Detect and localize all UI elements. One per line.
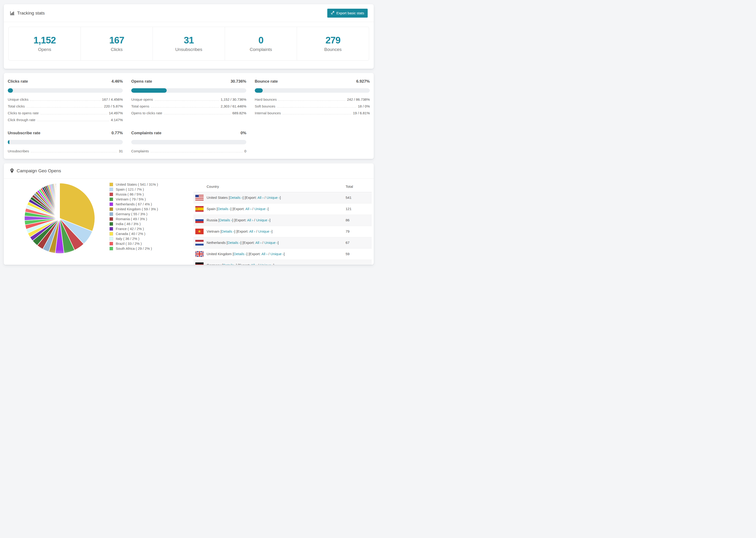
geo-row-links: Germany [Details ›] [Export: All › / Uni… bbox=[207, 263, 274, 265]
complaints-rate-title: Complaints rate bbox=[131, 131, 161, 135]
country-name: Spain [ bbox=[207, 207, 218, 211]
legend-label: United States ( 541 / 31% ) bbox=[116, 183, 158, 187]
export-all-link[interactable]: All › bbox=[257, 195, 264, 199]
stat-clicks-value: 167 bbox=[109, 35, 124, 45]
rate-row: Unsubscribes31 bbox=[8, 148, 123, 154]
details-link[interactable]: Details › bbox=[234, 252, 246, 256]
stat-complaints-value: 0 bbox=[258, 35, 263, 45]
legend-swatch bbox=[109, 247, 113, 250]
clicks-rate-bar bbox=[8, 88, 123, 93]
rate-row: Complaints0 bbox=[131, 148, 246, 154]
bracket-text: ] bbox=[278, 241, 279, 244]
country-total: 541 bbox=[346, 195, 351, 199]
opens-rate-bar bbox=[131, 88, 246, 93]
unsubscribe-rate-title: Unsubscribe rate bbox=[8, 131, 40, 135]
legend-swatch bbox=[109, 237, 113, 241]
tracking-stats-header: Tracking stats Export basic stats bbox=[4, 4, 374, 22]
legend-label: Italy ( 36 / 2% ) bbox=[116, 237, 139, 241]
legend-swatch bbox=[109, 183, 113, 187]
geo-row-links: United Kingdom [Details ›] [Export: All … bbox=[207, 252, 285, 256]
legend-swatch bbox=[109, 217, 113, 221]
geo-opens-header: Campaign Geo Opens bbox=[4, 163, 374, 179]
details-link[interactable]: Details › bbox=[219, 218, 232, 222]
export-unique-link[interactable]: Unique › bbox=[264, 241, 278, 244]
bounce-rate-pct: 6.927% bbox=[356, 79, 370, 84]
stat-opens-label: Opens bbox=[38, 47, 51, 52]
slash-text: / bbox=[255, 229, 258, 233]
geo-row-links: Spain [Details ›] [Export: All › / Uniqu… bbox=[207, 207, 269, 211]
export-all-link[interactable]: All › bbox=[249, 229, 255, 233]
legend-label: France ( 42 / 2% ) bbox=[116, 227, 144, 231]
country-total: 59 bbox=[346, 252, 350, 256]
bounce-rate-block: Bounce rate 6.927% Hard bounces242 / 86.… bbox=[255, 79, 370, 123]
export-all-link[interactable]: All › bbox=[251, 263, 257, 265]
bracket-text: ] [Export: bbox=[236, 263, 251, 265]
rate-row: Click through rate4.147% bbox=[8, 116, 123, 123]
export-unique-link[interactable]: Unique › bbox=[258, 229, 272, 233]
export-unique-link[interactable]: Unique › bbox=[260, 263, 273, 265]
summary-stats-box: 1,152 Opens 167 Clicks 31 Unsubscribes 0… bbox=[9, 27, 369, 61]
legend-label: India ( 46 / 3% ) bbox=[116, 222, 141, 226]
rate-row: Opens to clicks rate689.82% bbox=[131, 110, 246, 116]
export-all-link[interactable]: All › bbox=[247, 218, 253, 222]
stat-bounces: 279 Bounces bbox=[297, 27, 369, 60]
de-flag-icon bbox=[195, 262, 203, 265]
rate-row: Internal bounces19 / 6.81% bbox=[255, 110, 370, 116]
legend-swatch bbox=[109, 242, 113, 245]
country-name: Vietnam [ bbox=[207, 229, 221, 233]
country-name: Germany [ bbox=[207, 263, 223, 265]
bracket-text: ] [Export: bbox=[231, 207, 245, 211]
export-unique-link[interactable]: Unique › bbox=[270, 252, 284, 256]
rate-row: Unique opens1,152 / 30.736% bbox=[131, 96, 246, 103]
slash-text: / bbox=[261, 241, 264, 244]
legend-swatch bbox=[109, 232, 113, 236]
geo-opens-pie-chart[interactable] bbox=[22, 181, 97, 256]
geo-table-header: Country Total bbox=[193, 182, 372, 192]
legend-label: Canada ( 40 / 2% ) bbox=[116, 232, 145, 236]
tracking-stats-title: Tracking stats bbox=[10, 11, 45, 16]
legend-label: Netherlands ( 67 / 4% ) bbox=[116, 202, 152, 206]
tracking-stats-card: Tracking stats Export basic stats 1,152 … bbox=[4, 4, 374, 69]
bounce-rate-title: Bounce rate bbox=[255, 79, 278, 84]
country-total: 121 bbox=[346, 207, 351, 211]
export-all-link[interactable]: All › bbox=[255, 241, 261, 244]
legend-item: Italy ( 36 / 2% ) bbox=[109, 237, 158, 241]
details-link[interactable]: Details › bbox=[218, 207, 231, 211]
stat-unsubscribes: 31 Unsubscribes bbox=[153, 27, 225, 60]
rate-row: Total opens2,303 / 61.446% bbox=[131, 103, 246, 110]
export-icon bbox=[331, 11, 335, 15]
legend-label: Brazil ( 33 / 2% ) bbox=[116, 242, 142, 245]
legend-label: Germany ( 55 / 3% ) bbox=[116, 212, 147, 216]
geo-table-row: Germany [Details ›] [Export: All › / Uni… bbox=[193, 260, 372, 265]
details-link[interactable]: Details › bbox=[223, 263, 236, 265]
bracket-text: ] bbox=[280, 195, 281, 199]
export-unique-link[interactable]: Unique › bbox=[266, 195, 280, 199]
opens-rate-block: Opens rate 30.736% Unique opens1,152 / 3… bbox=[131, 79, 246, 123]
export-all-link[interactable]: All › bbox=[261, 252, 267, 256]
details-link[interactable]: Details › bbox=[221, 229, 234, 233]
stat-complaints: 0 Complaints bbox=[225, 27, 297, 60]
geo-table-row: United States [Details ›] [Export: All ›… bbox=[193, 192, 372, 203]
legend-label: Vietnam ( 79 / 5% ) bbox=[116, 197, 146, 201]
clicks-rate-pct: 4.46% bbox=[112, 79, 123, 84]
stat-unsubscribes-value: 31 bbox=[184, 35, 194, 45]
campaign-geo-opens-card: Campaign Geo Opens United States ( 541 /… bbox=[4, 163, 374, 265]
legend-item: Spain ( 121 / 7% ) bbox=[109, 188, 158, 191]
country-name: Netherlands [ bbox=[207, 241, 228, 244]
country-total: 86 bbox=[346, 218, 350, 222]
us-flag-icon bbox=[195, 195, 203, 200]
bracket-text: ] [Export: bbox=[234, 229, 249, 233]
rates-card: Clicks rate 4.46% Unique clicks167 / 4.4… bbox=[4, 73, 374, 159]
export-unique-link[interactable]: Unique › bbox=[256, 218, 270, 222]
export-all-link[interactable]: All › bbox=[245, 207, 251, 211]
bracket-text: ] [Export: bbox=[241, 241, 255, 244]
export-unique-link[interactable]: Unique › bbox=[254, 207, 268, 211]
geo-opens-title: Campaign Geo Opens bbox=[10, 168, 61, 174]
details-link[interactable]: Details › bbox=[230, 195, 243, 199]
export-basic-stats-button[interactable]: Export basic stats bbox=[327, 9, 368, 18]
geo-row-links: Netherlands [Details ›] [Export: All › /… bbox=[207, 241, 279, 244]
details-link[interactable]: Details › bbox=[228, 241, 241, 244]
legend-label: Spain ( 121 / 7% ) bbox=[116, 187, 144, 191]
bracket-text: ] bbox=[272, 229, 273, 233]
bracket-text: ] bbox=[268, 207, 269, 211]
